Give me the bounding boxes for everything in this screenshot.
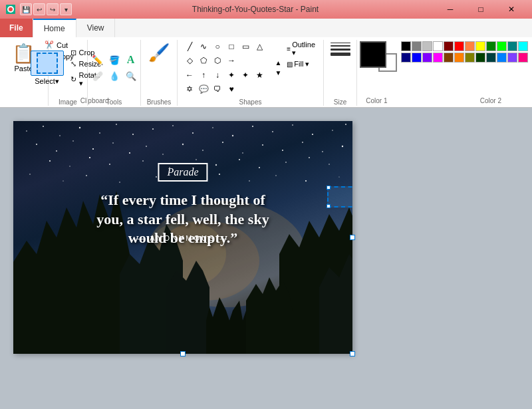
picker-tool[interactable]: 💧 (107, 68, 122, 83)
svg-point-8 (116, 124, 117, 125)
undo-btn[interactable]: ↩ (33, 3, 45, 15)
svg-point-47 (259, 167, 260, 168)
swatch-dteal[interactable] (486, 53, 496, 63)
down-arrow[interactable]: ↓ (211, 68, 224, 82)
save-btn[interactable]: 💾 (20, 3, 32, 15)
brushes-group: 🖌️ Brushes (141, 40, 178, 106)
swatch-purple[interactable] (422, 53, 432, 63)
minimize-btn[interactable]: ─ (435, 0, 466, 19)
fill-button[interactable]: ▧ Fill ▾ (284, 59, 318, 69)
svg-point-49 (309, 157, 310, 158)
up-arrow[interactable]: ↑ (197, 68, 210, 82)
text-tool[interactable]: A (124, 53, 138, 67)
swatch-navy[interactable] (401, 53, 411, 63)
left-arrow[interactable]: ← (183, 68, 196, 82)
colors-group: Color 1 Color 2 (357, 40, 531, 106)
swatch-teal[interactable] (507, 41, 517, 51)
quick-access: 💾 ↩ ↪ ▾ (20, 3, 72, 15)
swatch-sky[interactable] (497, 53, 507, 63)
swatch-lime[interactable] (454, 53, 464, 63)
triangle-shape[interactable]: △ (253, 40, 266, 53)
close-btn[interactable]: ✕ (496, 0, 527, 19)
svg-point-48 (285, 162, 287, 163)
right-arrow[interactable]: → (225, 54, 238, 67)
star4-shape[interactable]: ✦ (239, 68, 252, 82)
crop-icon: ⊡ (70, 49, 76, 57)
redo-btn[interactable]: ↪ (47, 3, 59, 15)
select-label[interactable]: Select ▾ (35, 77, 59, 86)
swatch-dgray[interactable] (412, 41, 422, 51)
diamond-shape[interactable]: ◇ (183, 54, 196, 67)
swatch-dgreen[interactable] (486, 41, 496, 51)
curve-shape[interactable]: ∿ (197, 40, 210, 53)
fill-tool[interactable]: 🪣 (107, 53, 122, 67)
shapes-scroll-down[interactable]: ▼ (275, 69, 281, 76)
resize-handle-bottom[interactable] (180, 351, 186, 356)
resize-handle-corner[interactable] (350, 351, 355, 356)
brushes-label: Brushes (147, 96, 172, 106)
swatch-white[interactable] (433, 41, 443, 51)
oval-shape[interactable]: ○ (211, 40, 224, 53)
handle-tl[interactable] (327, 186, 331, 190)
canvas-wrapper[interactable]: Parade “If every time I thought of you, … (13, 121, 352, 354)
bubble2[interactable]: 🗨 (211, 82, 224, 96)
tab-view[interactable]: View (76, 19, 116, 37)
handle-bl[interactable] (327, 204, 331, 208)
bubble1[interactable]: 💬 (197, 82, 210, 96)
swatch-green[interactable] (497, 41, 507, 51)
brushes-button[interactable]: 🖌️ (143, 40, 175, 66)
svg-point-17 (292, 124, 293, 126)
swatches-row-1 (401, 41, 528, 51)
size-button[interactable] (328, 40, 353, 59)
maximize-btn[interactable]: □ (466, 0, 496, 19)
swatch-yellow[interactable] (475, 41, 485, 51)
outline-button[interactable]: ≡ Outline ▾ (284, 40, 318, 58)
color1-label: Color 1 (360, 94, 394, 104)
shapes-group: ╱ ∿ ○ □ ▭ △ ◇ ⬠ ⬡ → ← ↑ ↓ ✦ ✦ (178, 40, 324, 106)
swatch-orange[interactable] (465, 41, 475, 51)
svg-point-28 (162, 154, 163, 154)
color1-swatch[interactable] (360, 41, 386, 68)
tab-file[interactable]: File (0, 19, 33, 37)
svg-point-36 (322, 151, 323, 152)
star6-shape[interactable]: ✡ (183, 82, 196, 96)
svg-point-55 (63, 180, 63, 181)
swatch-lgray[interactable] (422, 41, 432, 51)
swatch-blue[interactable] (412, 53, 422, 63)
star5-shape[interactable]: ★ (253, 68, 266, 82)
rounded-rect-shape[interactable]: ▭ (239, 40, 252, 53)
four-arrow[interactable]: ✦ (225, 68, 238, 82)
swatch-dred[interactable] (444, 41, 454, 51)
hex-shape[interactable]: ⬡ (211, 54, 224, 67)
select-dropdown[interactable]: ▾ (55, 77, 59, 86)
parade-logo: Parade (158, 163, 207, 182)
heart-shape[interactable]: ♥ (225, 82, 238, 96)
swatch-fgreen[interactable] (475, 53, 485, 63)
swatch-magenta[interactable] (433, 53, 443, 63)
dropdown-btn[interactable]: ▾ (60, 3, 72, 15)
resize-handle-right[interactable] (350, 235, 355, 240)
svg-point-24 (92, 148, 94, 150)
pencil-tool[interactable]: ✏️ (90, 53, 105, 67)
swatch-brown[interactable] (444, 53, 454, 63)
svg-point-20 (345, 124, 346, 125)
svg-point-38 (49, 160, 51, 162)
rect-shape[interactable]: □ (225, 40, 238, 53)
eraser-tool[interactable]: 🩹 (90, 68, 105, 83)
swatch-red[interactable] (454, 41, 464, 51)
select-button[interactable] (31, 51, 64, 76)
svg-point-19 (332, 130, 332, 130)
swatch-pink[interactable] (518, 53, 528, 63)
swatch-violet[interactable] (507, 53, 517, 63)
pentagon-shape[interactable]: ⬠ (197, 54, 210, 67)
shapes-scroll-up[interactable]: ▲ (275, 59, 281, 67)
tab-home[interactable]: Home (33, 19, 76, 37)
swatch-cyan[interactable] (518, 41, 528, 51)
swatch-black[interactable] (401, 41, 411, 51)
swatch-olive[interactable] (465, 53, 475, 63)
line-shape[interactable]: ╱ (183, 40, 196, 53)
svg-point-5 (59, 135, 60, 136)
magnifier-tool[interactable]: 🔍 (124, 68, 138, 83)
selection-box[interactable] (327, 186, 352, 207)
svg-point-12 (192, 132, 194, 134)
